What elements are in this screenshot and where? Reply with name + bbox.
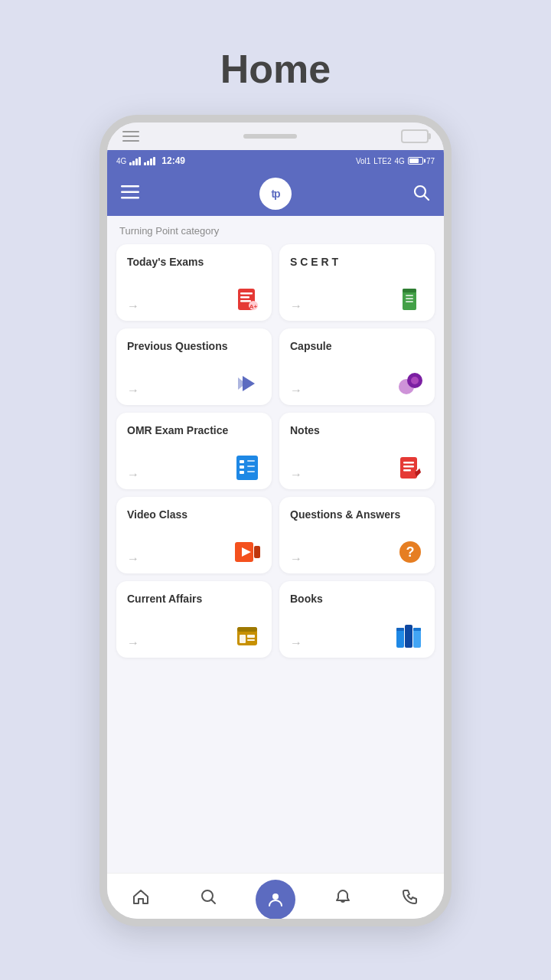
nav-search[interactable]	[174, 887, 242, 906]
app-logo: tp	[259, 178, 292, 210]
category-label: Turning Point category	[107, 216, 444, 241]
card-icon-notes	[396, 454, 424, 482]
svg-rect-1	[121, 191, 139, 194]
card-bottom-scert: →	[290, 286, 424, 313]
card-icon-video-class	[233, 538, 261, 566]
svg-rect-14	[406, 298, 413, 299]
card-notes[interactable]: Notes →	[279, 413, 435, 489]
search-button[interactable]	[412, 183, 430, 204]
time-label: 12:49	[161, 155, 185, 166]
arrow-icon-video-class: →	[127, 552, 139, 566]
vol-label: Vol1	[356, 157, 370, 165]
svg-rect-2	[121, 197, 139, 199]
svg-line-4	[425, 196, 429, 201]
card-icon-omr-exam-practice	[233, 454, 261, 482]
card-title-current-affairs: Current Affairs	[127, 592, 261, 606]
svg-rect-26	[247, 466, 255, 467]
svg-rect-30	[403, 466, 414, 468]
svg-line-50	[212, 900, 216, 903]
card-icon-scert	[396, 286, 424, 313]
logo-circle: tp	[259, 178, 292, 210]
card-icon-previous-questions	[233, 370, 261, 397]
card-questions-answers[interactable]: Questions & Answers → ?	[279, 497, 435, 573]
card-title-video-class: Video Class	[127, 508, 261, 521]
card-bottom-video-class: →	[127, 538, 261, 566]
lte2-label: 4G	[395, 157, 405, 165]
arrow-icon-omr-exam-practice: →	[127, 468, 139, 482]
svg-rect-6	[240, 292, 253, 295]
phone-hardware-top	[107, 122, 444, 150]
hamburger-icon[interactable]	[121, 185, 139, 202]
svg-rect-27	[247, 471, 255, 472]
card-bottom-books: →	[290, 622, 424, 650]
card-title-omr-exam-practice: OMR Exam Practice	[127, 423, 261, 437]
status-right: Vol1 LTE2 4G 77	[356, 157, 435, 165]
card-capsule[interactable]: Capsule →	[279, 328, 435, 405]
card-previous-questions[interactable]: Previous Questions →	[116, 328, 272, 405]
signal-bars-2	[144, 156, 155, 165]
network-label: 4G	[116, 157, 126, 165]
nav-notifications[interactable]	[309, 887, 377, 906]
battery-icon	[408, 157, 423, 165]
svg-rect-42	[247, 635, 255, 638]
arrow-icon-previous-questions: →	[127, 384, 139, 397]
card-current-affairs[interactable]: Current Affairs →	[116, 581, 272, 658]
svg-rect-28	[400, 457, 417, 479]
card-bottom-questions-answers: → ?	[290, 538, 424, 566]
status-left: 4G 12:49	[116, 155, 185, 166]
svg-rect-12	[403, 289, 416, 292]
nav-home[interactable]	[107, 887, 174, 906]
lte-label: LTE2	[373, 157, 391, 165]
svg-rect-25	[247, 460, 255, 462]
svg-point-51	[272, 893, 279, 900]
status-bar: 4G 12:49 Vol1 LTE2 4G 77	[107, 150, 444, 172]
arrow-icon-books: →	[290, 636, 302, 650]
svg-rect-43	[247, 639, 255, 641]
card-scert[interactable]: S C E R T →	[279, 244, 435, 321]
arrow-icon-scert: →	[290, 299, 302, 313]
app-content: Turning Point category Today's Exams → A…	[107, 216, 444, 873]
card-icon-questions-answers: ?	[396, 538, 424, 566]
card-omr-exam-practice[interactable]: OMR Exam Practice →	[116, 413, 272, 489]
battery-label: 77	[426, 157, 435, 165]
arrow-icon-questions-answers: →	[290, 552, 302, 566]
card-bottom-previous-questions: →	[127, 370, 261, 397]
svg-rect-7	[240, 296, 249, 299]
card-bottom-capsule: →	[290, 370, 424, 397]
svg-rect-22	[240, 460, 244, 463]
svg-rect-31	[403, 469, 411, 472]
svg-text:A+: A+	[249, 303, 258, 310]
nav-phone[interactable]	[377, 887, 444, 906]
svg-rect-47	[396, 628, 404, 631]
card-todays-exams[interactable]: Today's Exams → A+	[116, 244, 272, 321]
card-books[interactable]: Books →	[279, 581, 435, 658]
battery-fill	[409, 158, 419, 163]
page-title: Home	[220, 46, 331, 92]
card-title-scert: S C E R T	[290, 255, 424, 269]
hw-speaker	[243, 134, 297, 139]
card-icon-current-affairs	[233, 622, 261, 650]
arrow-icon-todays-exams: →	[127, 299, 139, 313]
card-title-notes: Notes	[290, 423, 424, 437]
svg-rect-45	[405, 625, 412, 648]
signal-bars	[129, 156, 141, 165]
card-video-class[interactable]: Video Class →	[116, 497, 272, 573]
svg-rect-15	[406, 301, 413, 302]
svg-rect-24	[240, 471, 244, 474]
hw-power	[401, 129, 429, 143]
card-title-todays-exams: Today's Exams	[127, 255, 261, 269]
hw-menu-lines	[122, 131, 139, 142]
nav-profile-button[interactable]	[256, 880, 295, 920]
card-bottom-current-affairs: →	[127, 622, 261, 650]
svg-rect-29	[403, 462, 414, 464]
svg-rect-0	[121, 185, 139, 188]
card-bottom-omr-exam-practice: →	[127, 454, 261, 482]
svg-rect-40	[237, 627, 257, 632]
card-icon-capsule	[396, 370, 424, 397]
cards-grid: Today's Exams → A+ S C E R T → Previous …	[107, 241, 444, 665]
svg-rect-41	[240, 635, 246, 643]
card-title-capsule: Capsule	[290, 339, 424, 353]
card-icon-todays-exams: A+	[233, 286, 261, 313]
svg-rect-23	[240, 466, 244, 469]
phone-frame: 4G 12:49 Vol1 LTE2 4G 77	[99, 115, 452, 926]
